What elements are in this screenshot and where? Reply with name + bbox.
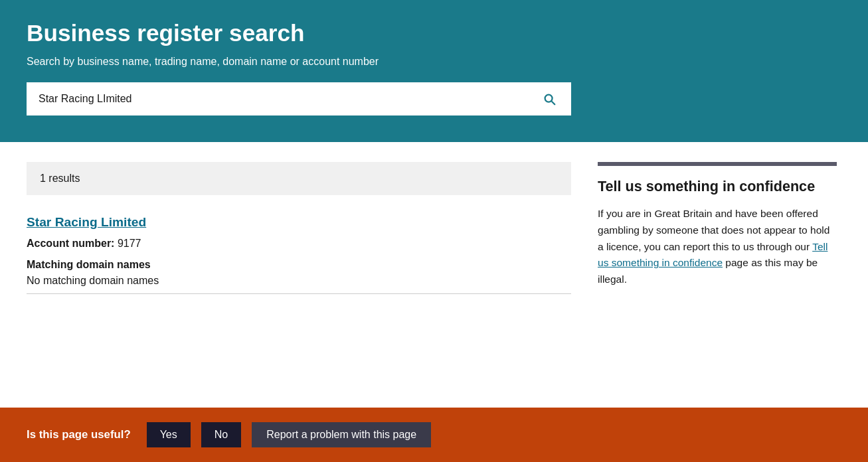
account-number-label: Account number: <box>27 238 114 249</box>
search-input[interactable] <box>28 84 529 114</box>
results-count: 1 results <box>40 173 80 184</box>
account-number-value: 9177 <box>118 238 141 249</box>
search-bar <box>27 82 571 116</box>
results-count-bar: 1 results <box>27 162 571 195</box>
header-subtitle: Search by business name, trading name, d… <box>27 56 841 68</box>
main-content: 1 results Star Racing Limited Account nu… <box>0 142 868 314</box>
no-matching-text: No matching domain names <box>27 275 571 287</box>
sidebar-body: If you are in Great Britain and have bee… <box>598 206 837 288</box>
result-name-link[interactable]: Star Racing Limited <box>27 215 146 230</box>
sidebar-body-text-1: If you are in Great Britain and have bee… <box>598 208 829 252</box>
sidebar-section: Tell us something in confidence If you a… <box>598 162 837 294</box>
results-section: 1 results Star Racing Limited Account nu… <box>27 162 571 294</box>
header-section: Business register search Search by busin… <box>0 0 868 142</box>
sidebar-bar <box>598 162 837 166</box>
matching-domain-heading: Matching domain names <box>27 259 571 271</box>
account-number-row: Account number: 9177 <box>27 238 571 250</box>
result-item: Star Racing Limited Account number: 9177… <box>27 208 571 294</box>
search-button[interactable] <box>529 84 570 114</box>
search-icon <box>542 92 557 106</box>
page-title: Business register search <box>27 20 841 46</box>
sidebar-heading: Tell us something in confidence <box>598 178 837 195</box>
